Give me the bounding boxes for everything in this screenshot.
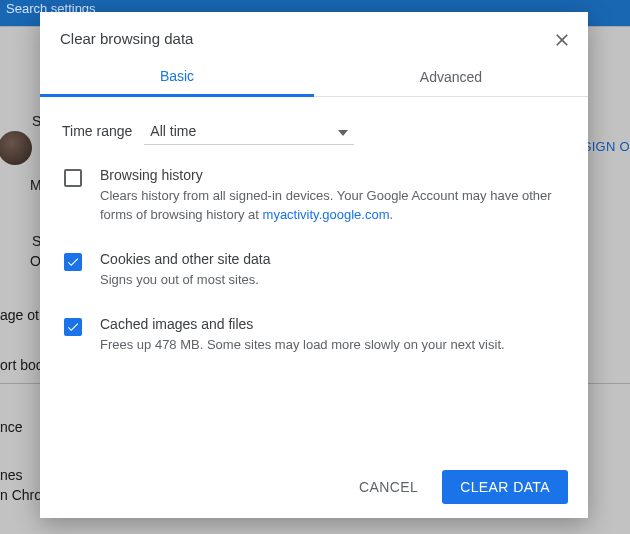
- option-row: Cookies and other site dataSigns you out…: [64, 251, 566, 290]
- option-description: Frees up 478 MB. Some sites may load mor…: [100, 336, 505, 355]
- tab-basic[interactable]: Basic: [40, 57, 314, 97]
- chevron-down-icon: [338, 123, 348, 139]
- time-range-select[interactable]: All time: [144, 117, 354, 145]
- myactivity-link[interactable]: myactivity.google.com: [263, 207, 390, 222]
- option-title: Cookies and other site data: [100, 251, 270, 267]
- option-row: Browsing historyClears history from all …: [64, 167, 566, 225]
- time-range-value: All time: [150, 123, 196, 139]
- option-title: Browsing history: [100, 167, 566, 183]
- option-description: Clears history from all signed-in device…: [100, 187, 566, 225]
- clear-browsing-data-dialog: Clear browsing data Basic Advanced Time …: [40, 12, 588, 518]
- cancel-button[interactable]: CANCEL: [349, 471, 428, 503]
- checkbox[interactable]: [64, 169, 82, 187]
- option-description: Signs you out of most sites.: [100, 271, 270, 290]
- dialog-title: Clear browsing data: [40, 12, 588, 57]
- clear-data-button[interactable]: CLEAR DATA: [442, 470, 568, 504]
- option-title: Cached images and files: [100, 316, 505, 332]
- checkbox[interactable]: [64, 253, 82, 271]
- time-range-label: Time range: [62, 123, 132, 139]
- tabstrip: Basic Advanced: [40, 57, 588, 97]
- close-icon[interactable]: [552, 30, 572, 50]
- option-row: Cached images and filesFrees up 478 MB. …: [64, 316, 566, 355]
- tab-advanced[interactable]: Advanced: [314, 57, 588, 96]
- checkbox[interactable]: [64, 318, 82, 336]
